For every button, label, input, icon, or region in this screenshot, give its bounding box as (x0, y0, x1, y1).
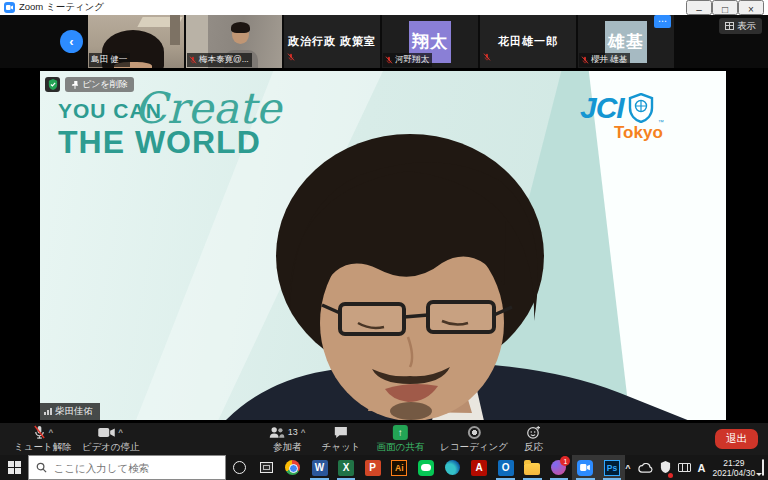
taskbar-app-powerpoint[interactable]: P (359, 455, 386, 480)
unmute-button[interactable]: ^ ミュート解除 (14, 424, 72, 454)
participants-options-chevron[interactable]: ^ (301, 428, 306, 437)
action-center-button[interactable] (762, 460, 764, 475)
reactions-smiley-icon (527, 425, 541, 439)
touch-keyboard-icon[interactable] (678, 463, 691, 472)
taskbar-app-chrome[interactable] (280, 455, 307, 480)
taskbar-app-outlook[interactable]: O (492, 455, 519, 480)
pinned-speaker-video[interactable]: YOU CAN Create THE WORLD JCI ™ Tokyo (40, 71, 726, 420)
stop-video-label: ビデオの停止 (82, 441, 140, 454)
participant-name: 櫻井 雄基 (591, 54, 627, 66)
participant-thumbnail[interactable]: 政治行政 政策室 (284, 15, 380, 68)
speaker-name: 柴田佳佑 (55, 405, 93, 418)
remove-pin-button[interactable]: ピンを削除 (65, 77, 134, 92)
record-button[interactable]: レコーディング (440, 424, 508, 454)
jci-tokyo-logo: JCI ™ Tokyo (580, 91, 700, 143)
participant-name-tag: 櫻井 雄基 (579, 53, 630, 67)
taskbar-app-photoshop[interactable]: Ps (599, 455, 626, 480)
security-shield-icon[interactable] (660, 459, 671, 477)
taskbar-app-edge[interactable] (439, 455, 466, 480)
taskbar-clock[interactable]: 21:29 2021/04/30 (713, 458, 756, 478)
participants-count: 13 (288, 427, 298, 437)
share-screen-icon: ↑ (393, 425, 408, 440)
up-arrow-icon: ↑ (398, 427, 403, 438)
muted-mic-icon (33, 425, 46, 440)
taskbar-search[interactable] (28, 455, 226, 480)
start-button[interactable] (0, 455, 28, 480)
edge-icon (445, 460, 460, 475)
view-button[interactable]: 表示 (719, 18, 762, 34)
muted-mic-icon (581, 56, 589, 64)
video-options-chevron[interactable]: ^ (118, 428, 123, 437)
participant-display-name: 政治行政 政策室 (284, 15, 380, 68)
stop-video-button[interactable]: ^ ビデオの停止 (82, 424, 140, 454)
mute-options-chevron[interactable]: ^ (49, 428, 54, 437)
taskbar-app-line[interactable] (413, 455, 440, 480)
participant-thumbnail[interactable]: 梅本泰寛@... (186, 15, 282, 68)
clock-time: 21:29 (713, 458, 756, 468)
windows-logo-icon (8, 461, 21, 474)
participant-thumbnail[interactable]: 雄基 ⋯ 櫻井 雄基 (578, 15, 674, 68)
taskbar-app-explorer[interactable] (519, 455, 546, 480)
minimize-button[interactable]: – (686, 0, 712, 15)
taskbar-app-acrobat[interactable]: A (466, 455, 493, 480)
more-options-button[interactable]: ⋯ (654, 15, 671, 28)
encryption-shield-icon[interactable] (45, 77, 60, 92)
system-tray: ^ A 21:29 2021/04/30 (625, 458, 768, 478)
search-icon (36, 462, 47, 473)
acrobat-icon: A (471, 460, 487, 476)
window-titlebar: Zoom ミーティング – □ × (0, 0, 768, 15)
taskbar-app-word[interactable]: W (306, 455, 333, 480)
record-label: レコーディング (440, 441, 508, 454)
muted-mic-icon (385, 56, 393, 64)
participant-filmstrip: ‹ 島田 健一 梅本泰寛@... (0, 15, 768, 68)
onedrive-icon[interactable] (638, 463, 653, 473)
cortana-button[interactable] (226, 455, 253, 480)
messenger-icon: 1 (551, 460, 566, 475)
line-icon (418, 460, 434, 476)
powerpoint-icon: P (365, 460, 381, 476)
participant-name-tag: 梅本泰寛@... (187, 53, 252, 67)
view-button-label: 表示 (737, 20, 756, 33)
taskbar-app-messenger[interactable]: 1 (546, 455, 573, 480)
taskbar-app-excel[interactable]: X (333, 455, 360, 480)
participant-thumbnail[interactable]: 島田 健一 (88, 15, 184, 68)
clock-date: 2021/04/30 (713, 468, 756, 478)
filmstrip-collapse-button[interactable]: ‹ (60, 30, 83, 53)
outlook-icon: O (498, 460, 514, 476)
hidden-icons-chevron[interactable]: ^ (625, 463, 630, 473)
participants-label: 参加者 (273, 441, 302, 454)
video-camera-icon (98, 427, 115, 438)
participant-thumbnail[interactable]: 花田雄一郎 (480, 15, 576, 68)
participant-name: 島田 健一 (91, 54, 127, 66)
share-screen-button[interactable]: ↑ 画面の共有 (376, 424, 424, 454)
notification-badge: 1 (560, 456, 570, 466)
chat-label: チャット (322, 441, 361, 454)
participants-icon (269, 426, 285, 439)
reactions-button[interactable]: 反応 (524, 424, 543, 454)
participants-button[interactable]: 13 ^ 参加者 (269, 424, 306, 454)
photoshop-icon: Ps (604, 460, 620, 476)
task-view-button[interactable] (253, 455, 280, 480)
windows-taskbar: W X P Ai A O 1 Ps ^ A (0, 455, 768, 480)
participant-name: 河野翔太 (395, 54, 429, 66)
file-explorer-icon (524, 463, 540, 475)
share-screen-label: 画面の共有 (376, 441, 424, 454)
muted-mic-icon (287, 47, 295, 65)
taskbar-app-zoom[interactable] (572, 455, 599, 480)
taskbar-app-illustrator[interactable]: Ai (386, 455, 413, 480)
participant-name: 梅本泰寛@... (199, 54, 249, 66)
close-button[interactable]: × (738, 0, 764, 15)
word-icon: W (312, 460, 328, 476)
leave-meeting-button[interactable]: 退出 (715, 429, 758, 449)
search-input[interactable] (53, 462, 213, 474)
action-center-icon (762, 459, 764, 476)
ime-mode-indicator[interactable]: A (698, 462, 706, 474)
participant-name-tag: 島田 健一 (89, 53, 130, 67)
chat-button[interactable]: チャット (322, 424, 361, 454)
grid-view-icon (725, 22, 734, 30)
maximize-button[interactable]: □ (712, 0, 738, 15)
reactions-label: 反応 (524, 441, 543, 454)
speaker-name-tag: 柴田佳佑 (40, 403, 100, 420)
participant-thumbnail[interactable]: 翔太 河野翔太 (382, 15, 478, 68)
participant-display-name: 花田雄一郎 (480, 15, 576, 68)
